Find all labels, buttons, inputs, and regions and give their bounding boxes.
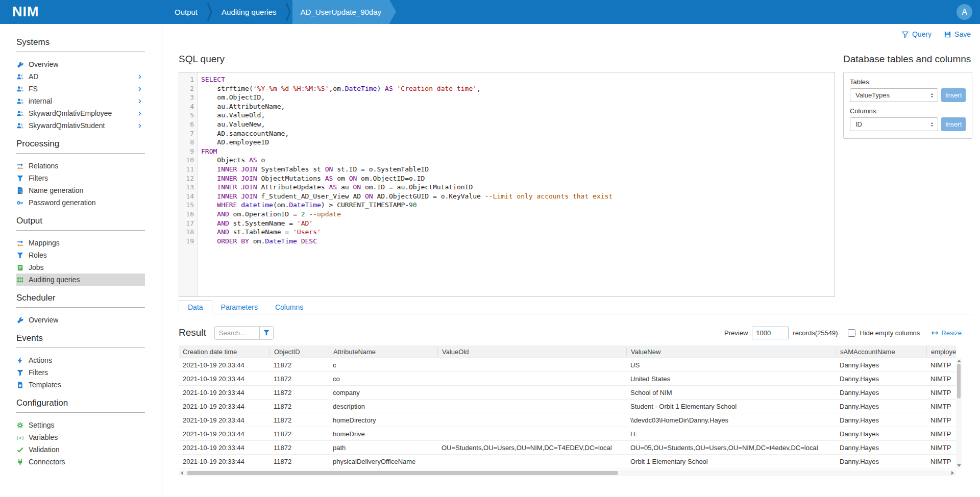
sidebar-item-filters[interactable]: Filters (16, 172, 145, 184)
chevron-right-icon (136, 122, 143, 129)
table-cell: Danny.Hayes (836, 375, 926, 383)
breadcrumb-item-ad-userupdate-90day[interactable]: AD_UserUpdate_90day (292, 0, 389, 24)
users-icon (16, 85, 24, 93)
column-header-valuenew[interactable]: ValueNew (626, 347, 836, 356)
line-number: 3 (179, 93, 194, 102)
save-button[interactable]: Save (944, 30, 971, 38)
table-body: 2021-10-19 20:33:4411872cUSDanny.HayesNI… (179, 358, 956, 468)
tab-data[interactable]: Data (179, 300, 212, 314)
line-number: 11 (179, 165, 194, 174)
table-cell: 11872 (270, 444, 329, 452)
column-header-objectid[interactable]: ObjectID (270, 347, 329, 356)
code-line: AND om.OperationID = 2 --update (201, 210, 835, 219)
breadcrumb-item-auditing-queries[interactable]: Auditing queries (213, 0, 285, 24)
sidebar-item-actions[interactable]: Actions (16, 354, 145, 366)
editor-gutter: 12345678910111213141516171819 (179, 72, 198, 296)
column-header-creation-date-time[interactable]: Creation date time (179, 347, 270, 356)
sidebar-item-label: Jobs (29, 263, 44, 271)
editor-code[interactable]: SELECT strftime('%Y-%m-%d %H:%M:%S',om.D… (198, 72, 835, 296)
line-number: 4 (179, 102, 194, 111)
sidebar-item-filters[interactable]: Filters (16, 366, 145, 379)
sidebar-item-relations[interactable]: Relations (16, 160, 145, 172)
sidebar-item-name-generation[interactable]: Name generation (16, 184, 145, 196)
sidebar-item-fs[interactable]: FS (16, 83, 145, 95)
table-cell: 2021-10-19 20:33:44 (179, 389, 270, 396)
tables-select[interactable]: ValueTypes (850, 88, 938, 102)
search-group (214, 326, 274, 340)
insert-table-button[interactable]: Insert (941, 88, 966, 102)
sidebar-item-label: Settings (29, 421, 55, 429)
horizontal-scrollbar[interactable] (179, 470, 956, 476)
table-cell: physicalDeliveryOfficeName (329, 458, 437, 465)
hide-empty-columns-checkbox[interactable] (848, 329, 855, 337)
column-header-attributename[interactable]: AttributeName (329, 347, 437, 356)
table-row[interactable]: 2021-10-19 20:33:4411872homeDriveH:Danny… (179, 427, 956, 441)
tab-columns[interactable]: Columns (266, 301, 312, 314)
wrench-icon (16, 61, 24, 68)
search-filter-button[interactable] (259, 326, 274, 340)
sidebar-item-ad[interactable]: AD (16, 70, 145, 83)
table-cell: United States (626, 375, 836, 383)
sidebar-item-internal[interactable]: internal (16, 95, 145, 107)
table-row[interactable]: 2021-10-19 20:33:4411872pathOU=Students,… (179, 441, 956, 455)
table-cell: c (329, 361, 437, 369)
table-row[interactable]: 2021-10-19 20:33:4411872cUSDanny.HayesNI… (179, 358, 956, 372)
table-row[interactable]: 2021-10-19 20:33:4411872companySchool of… (179, 386, 956, 400)
sidebar-item-templates[interactable]: Templates (16, 379, 145, 391)
vertical-scrollbar[interactable] (956, 358, 962, 468)
avatar[interactable]: A (957, 4, 972, 20)
breadcrumb-item-output[interactable]: Output (166, 0, 206, 24)
plug-icon (16, 458, 24, 466)
sidebar-item-overview[interactable]: Overview (16, 314, 145, 326)
sidebar-item-jobs[interactable]: Jobs (16, 261, 145, 274)
column-header-samaccountname[interactable]: sAMAccountName (836, 347, 926, 356)
funnel-icon (16, 175, 24, 182)
sidebar-item-roles[interactable]: Roles (16, 249, 145, 261)
breadcrumb: OutputAuditing queriesAD_UserUpdate_90da… (166, 0, 397, 24)
horizontal-scroll-thumb[interactable] (187, 471, 618, 475)
resize-button[interactable]: Resize (931, 329, 962, 337)
sidebar-section-scheduler: Scheduler (16, 286, 145, 308)
sidebar-item-label: Name generation (29, 186, 83, 194)
scroll-up-arrow-icon[interactable] (957, 360, 961, 362)
sidebar-item-password-generation[interactable]: Password generation (16, 196, 145, 209)
table-row[interactable]: 2021-10-19 20:33:4411872homeDirectory\\d… (179, 413, 956, 427)
table-row[interactable]: 2021-10-19 20:33:4411872descriptionStude… (179, 400, 956, 413)
sidebar-item-connectors[interactable]: Connectors (16, 456, 145, 468)
sidebar-item-validation[interactable]: Validation (16, 443, 145, 456)
sidebar-item-overview[interactable]: Overview (16, 58, 145, 70)
table-cell: 11872 (270, 458, 329, 465)
sidebar-item-settings[interactable]: Settings (16, 419, 145, 431)
columns-select[interactable]: ID (850, 117, 938, 131)
line-number: 6 (179, 120, 194, 129)
sidebar-item-mappings[interactable]: Mappings (16, 237, 145, 249)
line-number: 2 (179, 84, 194, 93)
tab-parameters[interactable]: Parameters (212, 301, 266, 314)
scroll-down-arrow-icon[interactable] (957, 464, 961, 467)
preview-count-input[interactable] (752, 327, 789, 339)
sidebar-item-skywardqmlativemployee[interactable]: SkywardQmlativEmployee (16, 107, 145, 119)
table-cell: 2021-10-19 20:33:44 (179, 458, 270, 465)
sidebar-item-label: SkywardQmlativEmployee (29, 109, 112, 117)
sidebar-item-variables[interactable]: {x}Variables (16, 431, 145, 443)
line-number: 16 (179, 210, 194, 219)
scroll-right-arrow-icon[interactable] (951, 471, 954, 475)
sidebar-item-skywardqmlativstudent[interactable]: SkywardQmlativStudent (16, 119, 145, 132)
line-number: 14 (179, 192, 194, 201)
table-row[interactable]: 2021-10-19 20:33:4411872physicalDelivery… (179, 455, 956, 468)
query-button[interactable]: Query (901, 30, 932, 38)
vertical-scroll-thumb[interactable] (957, 364, 961, 399)
sql-editor[interactable]: 12345678910111213141516171819 SELECT str… (179, 72, 835, 297)
table-cell: OU=05,OU=Students,OU=Users,OU=NIM,DC=t4e… (626, 444, 836, 452)
table-cell: company (329, 389, 437, 396)
swap-arrows-icon (16, 239, 24, 247)
sidebar-item-auditing-queries[interactable]: Auditing queries (16, 274, 145, 286)
scroll-left-arrow-icon[interactable] (181, 471, 183, 475)
code-line: ORDER BY om.DateTime DESC (201, 237, 835, 246)
table-cell: Danny.Hayes (836, 444, 926, 452)
column-header-employee[interactable]: employee (926, 347, 956, 356)
search-input[interactable] (214, 326, 259, 340)
table-row[interactable]: 2021-10-19 20:33:4411872coUnited StatesD… (179, 372, 956, 386)
column-header-valueold[interactable]: ValueOld (437, 347, 626, 356)
insert-column-button[interactable]: Insert (941, 117, 966, 131)
